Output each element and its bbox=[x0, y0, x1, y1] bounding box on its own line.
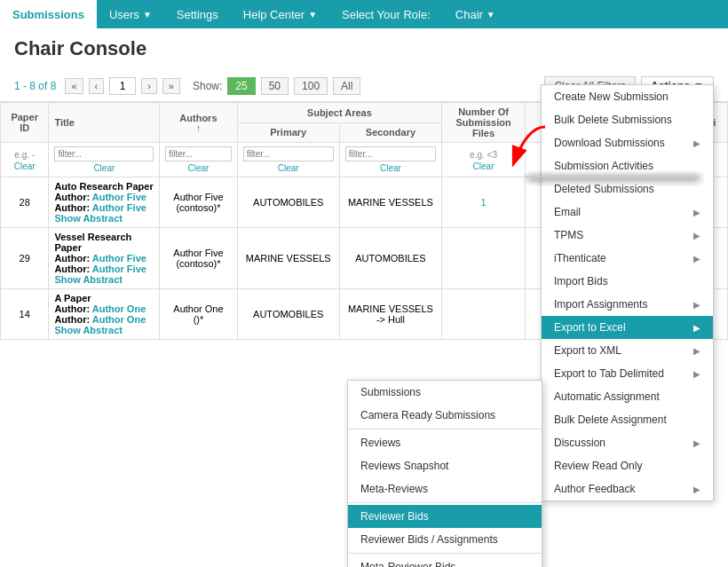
clear-paper-id-link[interactable]: Clear bbox=[6, 161, 43, 171]
filter-secondary: Clear bbox=[339, 143, 441, 177]
show-abstract-28[interactable]: Show Abstract bbox=[54, 213, 123, 224]
author-link-14[interactable]: Author One bbox=[92, 303, 146, 314]
nav-users[interactable]: Users ▼ bbox=[97, 0, 164, 28]
filter-title: Clear bbox=[49, 143, 160, 177]
last-page-btn[interactable]: » bbox=[162, 78, 180, 94]
nav-submissions[interactable]: Submissions bbox=[0, 0, 97, 28]
menu-item-import-assignments[interactable]: Import Assignments ▶ bbox=[542, 293, 713, 316]
filter-num-sub: e.g. <3 Clear bbox=[442, 143, 526, 177]
page-title: Chair Console bbox=[14, 37, 714, 60]
filter-primary-input[interactable] bbox=[243, 146, 334, 161]
author-link2-14[interactable]: Author One bbox=[92, 314, 146, 325]
author-link-29[interactable]: Author Five bbox=[92, 253, 146, 264]
cell-primary-14: AUTOMOBILES bbox=[237, 289, 339, 340]
menu-item-export-xml[interactable]: Export to XML ▶ bbox=[542, 339, 713, 340]
users-dropdown-icon: ▼ bbox=[143, 10, 152, 20]
cell-paper-id-29: 29 bbox=[1, 228, 49, 289]
filter-authors: Clear bbox=[160, 143, 237, 177]
author-link2-29[interactable]: Author Five bbox=[92, 264, 146, 274]
chair-dropdown-icon: ▼ bbox=[487, 10, 495, 20]
show-all-btn[interactable]: All bbox=[333, 77, 360, 95]
menu-item-download-submissions[interactable]: Download Submissions ▶ bbox=[542, 131, 713, 154]
num-sub-link-28[interactable]: 1 bbox=[480, 197, 486, 208]
clear-secondary-link[interactable]: Clear bbox=[345, 163, 436, 173]
cell-primary-28: AUTOMOBILES bbox=[237, 177, 339, 228]
cell-authors-28: Author Five(contoso)* bbox=[160, 177, 237, 228]
show-abstract-29[interactable]: Show Abstract bbox=[54, 274, 123, 285]
cell-num-sub-14 bbox=[442, 289, 526, 340]
cell-secondary-29: AUTOMOBILES bbox=[339, 228, 441, 289]
menu-item-import-bids[interactable]: Import Bids bbox=[542, 270, 713, 293]
menu-item-export-excel[interactable]: Export to Excel ▶ bbox=[542, 316, 713, 339]
col-header-authors: Authors ↑ bbox=[160, 103, 237, 143]
show-50-btn[interactable]: 50 bbox=[261, 77, 289, 95]
col-header-title: Title bbox=[49, 103, 160, 143]
col-header-num-submission-files: Number Of Submission Files bbox=[442, 103, 526, 143]
prev-page-btn[interactable]: ‹ bbox=[89, 78, 105, 94]
nav-settings[interactable]: Settings bbox=[164, 0, 231, 28]
filter-primary: Clear bbox=[237, 143, 339, 177]
next-page-btn[interactable]: › bbox=[141, 78, 157, 94]
clear-num-sub-link[interactable]: Clear bbox=[447, 161, 519, 171]
nav-role-label: Select Your Role: bbox=[329, 0, 443, 28]
menu-item-submission-activities[interactable]: Submission Activities bbox=[542, 154, 713, 177]
menu-item-create-new-submission[interactable]: Create New Submission bbox=[542, 85, 713, 108]
cell-authors-14: Author One()* bbox=[160, 289, 237, 340]
menu-item-deleted-submissions[interactable]: Deleted Submissions bbox=[542, 177, 713, 201]
show-label: Show: bbox=[193, 80, 222, 92]
filter-secondary-input[interactable] bbox=[345, 146, 436, 161]
col-header-primary: Primary bbox=[237, 122, 339, 143]
cell-title-14: A Paper Author: Author One Author: Autho… bbox=[49, 289, 160, 340]
menu-item-email[interactable]: Email ▶ bbox=[542, 201, 713, 224]
cell-primary-29: MARINE VESSELS bbox=[237, 228, 339, 289]
cell-authors-29: Author Five(contoso)* bbox=[160, 228, 237, 289]
col-header-secondary: Secondary bbox=[339, 122, 441, 143]
show-25-btn[interactable]: 25 bbox=[227, 77, 255, 95]
menu-divider-7 bbox=[526, 176, 699, 177]
pagination-info: 1 - 8 of 8 bbox=[14, 80, 56, 92]
cell-title-28: Auto Research Paper Author: Author Five … bbox=[49, 177, 160, 228]
authors-sort-icon[interactable]: ↑ bbox=[165, 123, 231, 133]
clear-title-link[interactable]: Clear bbox=[54, 163, 154, 173]
first-page-btn[interactable]: « bbox=[65, 78, 83, 94]
filter-paper-id: e.g. - Clear bbox=[1, 143, 49, 177]
show-100-btn[interactable]: 100 bbox=[294, 77, 328, 95]
page-header: Chair Console bbox=[0, 28, 728, 73]
menu-item-bulk-delete-submissions[interactable]: Bulk Delete Submissions bbox=[542, 108, 713, 131]
help-dropdown-icon: ▼ bbox=[308, 10, 317, 20]
col-header-paper-id: Paper ID bbox=[1, 103, 49, 143]
filter-authors-input[interactable] bbox=[165, 146, 231, 161]
author-link2-28[interactable]: Author Five bbox=[92, 202, 146, 213]
clear-primary-link[interactable]: Clear bbox=[243, 163, 334, 173]
filter-title-input[interactable] bbox=[54, 146, 154, 161]
menu-item-ithenticate[interactable]: iThenticate ▶ bbox=[542, 247, 713, 270]
top-navigation: Submissions Users ▼ Settings Help Center… bbox=[0, 0, 728, 28]
actions-dropdown-menu: Create New Submission Bulk Delete Submis… bbox=[541, 84, 714, 340]
cell-paper-id-28: 28 bbox=[1, 177, 49, 228]
menu-item-tpms[interactable]: TPMS ▶ bbox=[542, 224, 713, 247]
cell-secondary-28: MARINE VESSELS bbox=[339, 177, 441, 228]
page-number-input[interactable] bbox=[109, 77, 136, 95]
nav-help-center[interactable]: Help Center ▼ bbox=[231, 0, 329, 28]
show-abstract-14[interactable]: Show Abstract bbox=[54, 325, 123, 335]
cell-secondary-14: MARINE VESSELS -> Hull bbox=[339, 289, 441, 340]
cell-paper-id-14: 14 bbox=[1, 289, 49, 340]
col-header-subject-areas: Subject Areas bbox=[237, 103, 441, 123]
cell-num-sub-28: 1 bbox=[442, 177, 526, 228]
clear-authors-link[interactable]: Clear bbox=[165, 163, 231, 173]
author-link-28[interactable]: Author Five bbox=[92, 192, 146, 202]
nav-chair-role[interactable]: Chair ▼ bbox=[443, 0, 508, 28]
cell-num-sub-29 bbox=[442, 228, 526, 289]
cell-title-29: Vessel Research Paper Author: Author Fiv… bbox=[49, 228, 160, 289]
